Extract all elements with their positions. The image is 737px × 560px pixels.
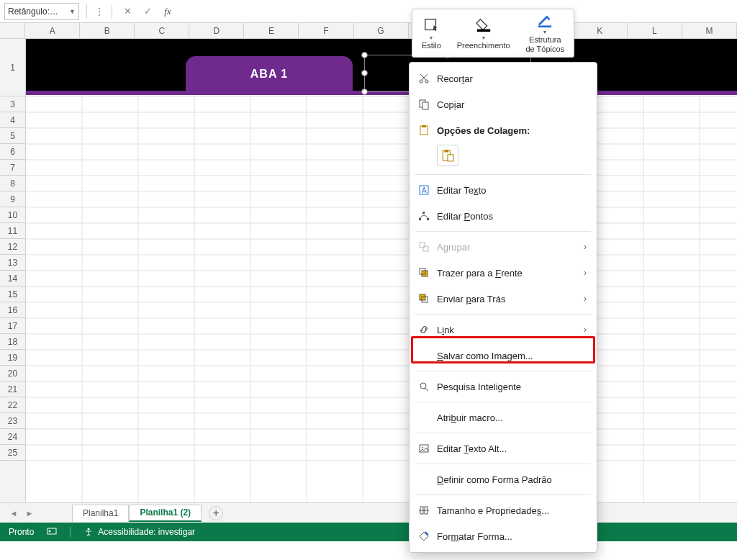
cells-container[interactable]: ABA 1	[26, 39, 737, 502]
accept-formula-icon[interactable]: ✓	[140, 4, 155, 19]
menu-save-as-image[interactable]: Salvar como Imagem...	[410, 343, 597, 369]
paste-option-button[interactable]	[437, 145, 458, 166]
chevron-right-icon: ›	[584, 294, 587, 304]
svg-line-60	[425, 388, 428, 391]
row-header[interactable]: 13	[0, 255, 25, 271]
menu-smart-lookup[interactable]: Pesquisa Inteligente	[410, 374, 597, 399]
outline-icon	[537, 13, 553, 29]
menu-separator	[415, 464, 591, 464]
separator	[70, 527, 71, 537]
cancel-formula-icon[interactable]: ✕	[119, 4, 135, 19]
row-header[interactable]: 25	[0, 445, 25, 461]
row-header[interactable]: 11	[0, 223, 25, 239]
row-header[interactable]: 7	[0, 160, 25, 176]
mini-outline-button[interactable]: ▾ Estrutura de Tópicos	[523, 12, 567, 54]
status-bar: Pronto Acessibilidade: investigar	[0, 523, 737, 541]
mini-style-button[interactable]: ▾ Estilo	[419, 12, 444, 54]
row-header[interactable]: 22	[0, 397, 25, 413]
menu-label: Agrupar	[437, 242, 470, 253]
menu-cut[interactable]: Recortar	[410, 66, 597, 91]
menu-label: Tamanho e Propriedades...	[437, 505, 549, 516]
column-header[interactable]: F	[299, 23, 353, 38]
svg-point-68	[88, 528, 90, 530]
row-header[interactable]: 20	[0, 366, 25, 381]
resize-handle[interactable]	[361, 70, 368, 76]
menu-send-back[interactable]: Enviar para Trás ›	[410, 286, 597, 312]
column-header[interactable]: C	[135, 23, 189, 38]
column-header[interactable]: D	[189, 23, 244, 38]
row-header[interactable]: 6	[0, 144, 25, 160]
column-header[interactable]: G	[354, 23, 409, 38]
menu-label: Editar Texto Alt...	[437, 443, 507, 454]
column-header[interactable]: M	[682, 23, 737, 38]
name-box[interactable]: Retângulo:… ▼	[4, 3, 79, 20]
paste-options-row	[410, 143, 597, 172]
row-header[interactable]: 23	[0, 413, 25, 429]
menu-separator	[415, 371, 591, 371]
svg-rect-50	[419, 218, 421, 220]
menu-alt-text[interactable]: Editar Texto Alt...	[410, 435, 597, 461]
row-header[interactable]: 10	[0, 207, 25, 223]
svg-rect-53	[420, 243, 425, 248]
row-header[interactable]: 4	[0, 112, 25, 128]
row-header[interactable]: 24	[0, 429, 25, 445]
row-header[interactable]: 17	[0, 318, 25, 334]
menu-label: Pesquisa Inteligente	[437, 381, 521, 392]
resize-handle[interactable]	[361, 89, 368, 95]
row-header[interactable]: 19	[0, 350, 25, 366]
row-header[interactable]: 16	[0, 302, 25, 318]
row-header[interactable]: 21	[0, 381, 25, 397]
row-header[interactable]: 12	[0, 239, 25, 255]
svg-rect-55	[422, 271, 428, 276]
row-header[interactable]: 1	[0, 39, 25, 96]
chevron-right-icon: ›	[584, 325, 587, 335]
row-header[interactable]: 14	[0, 271, 25, 286]
menu-copy[interactable]: Copiar	[410, 91, 597, 117]
row-header[interactable]: 5	[0, 128, 25, 144]
menu-size-properties[interactable]: Tamanho e Propriedades...	[410, 497, 597, 523]
menu-format-shape[interactable]: Formatar Forma...	[410, 523, 597, 549]
column-header[interactable]: B	[80, 23, 135, 38]
menu-edit-points[interactable]: Editar Pontos	[410, 203, 597, 229]
row-header[interactable]: 8	[0, 176, 25, 191]
svg-rect-47	[448, 155, 453, 161]
sheet-nav-next[interactable]: ►	[23, 507, 36, 520]
menu-label: Salvar como Imagem...	[437, 351, 533, 361]
menu-edit-text[interactable]: A Editar Texto	[410, 177, 597, 203]
kebab-icon[interactable]: ⋮	[94, 6, 104, 17]
sheet-nav-prev[interactable]: ◄	[7, 507, 20, 520]
mini-fill-button[interactable]: ▾ Preenchimento	[454, 12, 513, 54]
column-header[interactable]: L	[628, 23, 682, 38]
row-header[interactable]: 3	[0, 96, 25, 112]
sheet-tab[interactable]: Planilha1	[72, 505, 129, 522]
column-header[interactable]: K	[573, 23, 628, 38]
resize-handle[interactable]	[361, 52, 368, 58]
chevron-down-icon: ▾	[430, 35, 433, 41]
chevron-right-icon: ›	[584, 242, 587, 252]
select-all-corner[interactable]	[0, 23, 25, 38]
sheet-tab-active[interactable]: Planilha1 (2)	[129, 505, 202, 522]
column-header[interactable]: A	[25, 23, 80, 38]
add-sheet-button[interactable]: +	[209, 506, 223, 520]
accessibility-status[interactable]: Acessibilidade: investigar	[83, 527, 195, 537]
row-header[interactable]: 15	[0, 286, 25, 302]
column-header[interactable]: E	[244, 23, 299, 38]
tab-shape-aba1[interactable]: ABA 1	[186, 56, 353, 92]
macro-record-icon[interactable]	[47, 526, 57, 538]
chevron-right-icon: ›	[584, 268, 587, 278]
menu-link[interactable]: Link ›	[410, 317, 597, 343]
svg-rect-52	[422, 212, 425, 214]
style-icon	[423, 16, 439, 35]
accessibility-icon	[83, 527, 94, 537]
menu-label: Recortar	[437, 73, 473, 84]
menu-assign-macro[interactable]: Atribuir macro...	[410, 405, 597, 430]
row-header[interactable]: 9	[0, 191, 25, 207]
row-header[interactable]: 18	[0, 334, 25, 350]
fx-icon[interactable]: fx	[160, 4, 176, 19]
menu-separator	[415, 494, 591, 495]
chevron-down-icon[interactable]: ▼	[69, 8, 76, 15]
paste-icon	[418, 125, 437, 136]
menu-label: Enviar para Trás	[437, 294, 505, 304]
menu-bring-front[interactable]: Trazer para a Frente ›	[410, 260, 597, 286]
menu-default-shape[interactable]: Definir como Forma Padrão	[410, 466, 597, 492]
